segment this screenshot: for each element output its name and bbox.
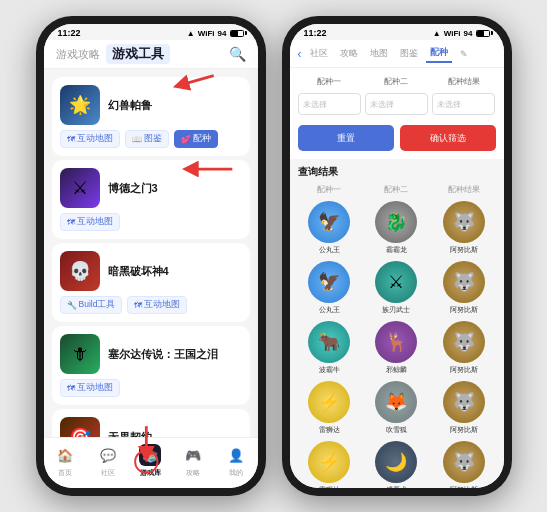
- map-icon-zelda: 🗺: [67, 384, 75, 393]
- reset-button[interactable]: 重置: [298, 125, 394, 151]
- name-anubis-3: 阿努比斯: [450, 365, 478, 375]
- nav-guide[interactable]: 攻略: [336, 45, 362, 62]
- tab-profile[interactable]: 👤 我的: [225, 444, 247, 478]
- right-phone-wrapper: 11:22 ▲ WiFi 94 ‹ 社区 攻略 地图 图鉴 配种 ✎: [282, 16, 512, 496]
- breed-selectors: 配种一 配种二 配种结果 未选择 未选择 未选择: [290, 68, 504, 159]
- game-name-zelda: 塞尔达传说：王国之泪: [108, 347, 218, 362]
- map-icon-d4: 🗺: [134, 301, 142, 310]
- left-time: 11:22: [58, 28, 81, 38]
- breed-select-2[interactable]: 未选择: [365, 93, 428, 115]
- tool-map-bg3-label: 互动地图: [77, 216, 113, 228]
- community-icon: 💬: [97, 444, 119, 466]
- left-bottom-tabs: 🏠 首页 💬 社区 📚 游戏库 🎮 攻略 👤 我的: [44, 437, 258, 488]
- map-icon: 🗺: [67, 135, 75, 144]
- game-cover-palworld: 🌟: [60, 85, 100, 125]
- guide-nav-item[interactable]: 游戏攻略: [56, 47, 100, 62]
- breed-select-1[interactable]: 未选择: [298, 93, 361, 115]
- game-item-palworld: 🌟 幻兽帕鲁 🗺 互动地图 📖 图鉴 💕: [52, 77, 250, 156]
- tool-map-bg3[interactable]: 🗺 互动地图: [60, 213, 120, 231]
- tab-home[interactable]: 🏠 首页: [54, 444, 76, 478]
- nav-map[interactable]: 地图: [366, 45, 392, 62]
- result-4-result: 🐺 阿努比斯: [432, 381, 495, 435]
- result-4-p1: ⚡ 雷狮达: [298, 381, 361, 435]
- reset-label: 重置: [337, 132, 355, 145]
- game-header-zelda: 🗡 塞尔达传说：王国之泪: [60, 334, 242, 374]
- breed-nav: ‹ 社区 攻略 地图 图鉴 配种 ✎: [290, 40, 504, 68]
- avatar-lei-shi-da-2: ⚡: [308, 441, 350, 483]
- nav-gallery[interactable]: 图鉴: [396, 45, 422, 62]
- game-cover-bg3: ⚔: [60, 168, 100, 208]
- name-xie-jing-lin: 邪鲸麟: [386, 365, 407, 375]
- right-phone-screen: 11:22 ▲ WiFi 94 ‹ 社区 攻略 地图 图鉴 配种 ✎: [290, 24, 504, 488]
- name-gongwanwang-1: 公丸王: [319, 245, 340, 255]
- tool-map-d4[interactable]: 🗺 互动地图: [127, 296, 187, 314]
- tool-guide-palworld[interactable]: 📖 图鉴: [125, 130, 169, 148]
- tab-gamelibrary-label: 游戏库: [140, 468, 161, 478]
- result-4-p2: 🦊 吹雪狐: [365, 381, 428, 435]
- tool-build-d4[interactable]: 🔧 Build工具: [60, 296, 123, 314]
- name-zuren-wushi: 族刃武士: [382, 305, 410, 315]
- tool-guide-label: 图鉴: [144, 133, 162, 145]
- results-title: 查询结果: [298, 165, 496, 179]
- result-3-p1: 🐂 波霸牛: [298, 321, 361, 375]
- back-button[interactable]: ‹: [298, 47, 302, 61]
- name-sheng-xia-shu: 盛夏术: [386, 485, 407, 488]
- breed-selector-headers: 配种一 配种二 配种结果: [298, 76, 496, 87]
- avatar-anubis-5: 🐺: [443, 441, 485, 483]
- result-1-p1: 🦅 公丸王: [298, 201, 361, 255]
- label-breed2: 配种二: [365, 76, 428, 87]
- breed-selects-row: 未选择 未选择 未选择: [298, 93, 496, 115]
- nav-breed[interactable]: 配种: [426, 44, 452, 63]
- profile-icon: 👤: [225, 444, 247, 466]
- game-tools-palworld: 🗺 互动地图 📖 图鉴 💕 配种: [60, 130, 242, 148]
- result-row-1: 🦅 公丸王 🐉 霸霸龙 🐺 阿努比斯: [298, 201, 496, 255]
- avatar-lei-shi-da: ⚡: [308, 381, 350, 423]
- gamelibrary-icon: 📚: [139, 444, 161, 466]
- result-2-p2: ⚔ 族刃武士: [365, 261, 428, 315]
- tab-profile-label: 我的: [229, 468, 243, 478]
- right-wifi-icon: WiFi: [444, 29, 461, 38]
- tool-breed-palworld[interactable]: 💕 配种: [174, 130, 218, 148]
- tab-guide[interactable]: 🎮 攻略: [182, 444, 204, 478]
- game-header-palworld: 🌟 幻兽帕鲁: [60, 85, 242, 125]
- result-header-2: 配种二: [365, 185, 428, 195]
- map-icon-bg3: 🗺: [67, 218, 75, 227]
- left-phone-shell: 11:22 ▲ WiFi 94 游戏攻略 游戏工具 🔍: [36, 16, 266, 496]
- left-battery-icon: [230, 30, 244, 37]
- tool-map-label: 互动地图: [77, 133, 113, 145]
- name-anubis-1: 阿努比斯: [450, 245, 478, 255]
- game-cover-zelda: 🗡: [60, 334, 100, 374]
- avatar-chui-xue-hu: 🦊: [375, 381, 417, 423]
- avatar-anubis-4: 🐺: [443, 381, 485, 423]
- breed-actions: 重置 确认筛选: [298, 125, 496, 151]
- nav-community[interactable]: 社区: [306, 45, 332, 62]
- confirm-label: 确认筛选: [430, 132, 466, 145]
- left-phone-screen: 11:22 ▲ WiFi 94 游戏攻略 游戏工具 🔍: [44, 24, 258, 488]
- avatar-bababalong: 🐉: [375, 201, 417, 243]
- tab-gamelibrary[interactable]: 📚 游戏库: [139, 444, 161, 478]
- tool-breed-label: 配种: [193, 133, 211, 145]
- name-lei-shi-da-2: 雷狮达: [319, 485, 340, 488]
- guide-icon: 🎮: [182, 444, 204, 466]
- tab-community[interactable]: 💬 社区: [97, 444, 119, 478]
- game-cover-d4: 💀: [60, 251, 100, 291]
- right-battery-label: 94: [464, 29, 473, 38]
- breed-content: 配种一 配种二 配种结果 未选择 未选择 未选择: [290, 68, 504, 488]
- avatar-anubis-3: 🐺: [443, 321, 485, 363]
- tab-community-label: 社区: [101, 468, 115, 478]
- search-icon[interactable]: 🔍: [229, 46, 246, 62]
- nav-edit[interactable]: ✎: [456, 47, 472, 61]
- tools-nav-item[interactable]: 游戏工具: [106, 44, 170, 64]
- right-status-bar: 11:22 ▲ WiFi 94: [290, 24, 504, 40]
- breed-select-result[interactable]: 未选择: [432, 93, 495, 115]
- game-tools-d4: 🔧 Build工具 🗺 互动地图: [60, 296, 242, 314]
- tool-map-zelda-label: 互动地图: [77, 382, 113, 394]
- label-breed1: 配种一: [298, 76, 361, 87]
- confirm-button[interactable]: 确认筛选: [400, 125, 496, 151]
- game-name-bg3: 博德之门3: [108, 181, 158, 196]
- game-item-bg3: ⚔ 博德之门3 🗺 互动地图: [52, 160, 250, 239]
- tool-map-zelda[interactable]: 🗺 互动地图: [60, 379, 120, 397]
- right-battery-icon: [476, 30, 490, 37]
- tool-map-palworld[interactable]: 🗺 互动地图: [60, 130, 120, 148]
- name-gongwanwang-2: 公丸王: [319, 305, 340, 315]
